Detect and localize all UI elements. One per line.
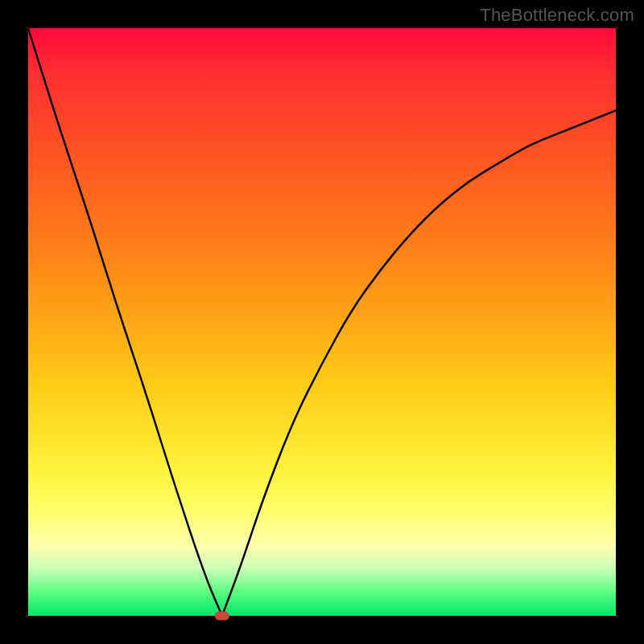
chart-frame: TheBottleneck.com — [0, 0, 644, 644]
curve-svg — [28, 28, 616, 616]
curve-right — [222, 110, 616, 616]
watermark-text: TheBottleneck.com — [480, 5, 634, 26]
plot-area — [28, 28, 616, 616]
minimum-marker — [215, 612, 229, 621]
curve-left — [28, 28, 222, 616]
